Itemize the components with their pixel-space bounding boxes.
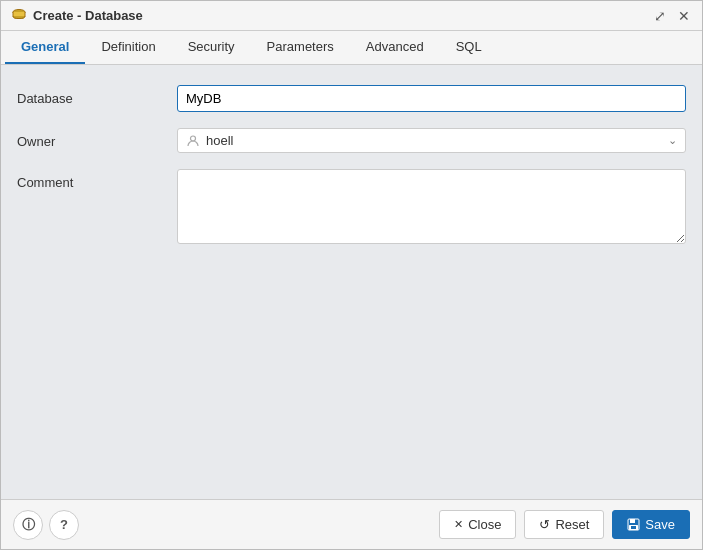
info-button[interactable]: ⓘ bbox=[13, 510, 43, 540]
tab-general[interactable]: General bbox=[5, 31, 85, 64]
database-input[interactable] bbox=[177, 85, 686, 112]
owner-select-left: hoell bbox=[186, 133, 233, 148]
tab-sql[interactable]: SQL bbox=[440, 31, 498, 64]
user-icon bbox=[186, 134, 200, 148]
title-bar: Create - Database ⤢ ✕ bbox=[1, 1, 702, 31]
comment-input[interactable] bbox=[177, 169, 686, 244]
comment-input-wrapper bbox=[177, 169, 686, 247]
owner-select[interactable]: hoell ⌄ bbox=[177, 128, 686, 153]
footer-left: ⓘ ? bbox=[13, 510, 79, 540]
svg-rect-5 bbox=[631, 526, 636, 529]
comment-row: Comment bbox=[17, 169, 686, 247]
reset-button[interactable]: ↺ Reset bbox=[524, 510, 604, 539]
tab-security[interactable]: Security bbox=[172, 31, 251, 64]
tab-definition[interactable]: Definition bbox=[85, 31, 171, 64]
close-icon: ✕ bbox=[454, 518, 463, 531]
save-button[interactable]: Save bbox=[612, 510, 690, 539]
owner-label: Owner bbox=[17, 128, 177, 149]
info-icon: ⓘ bbox=[22, 516, 35, 534]
help-button[interactable]: ? bbox=[49, 510, 79, 540]
comment-label: Comment bbox=[17, 169, 177, 190]
close-window-icon: ✕ bbox=[678, 8, 690, 24]
reset-icon: ↺ bbox=[539, 517, 550, 532]
close-button[interactable]: ✕ Close bbox=[439, 510, 516, 539]
owner-row: Owner hoell ⌄ bbox=[17, 128, 686, 153]
maximize-icon: ⤢ bbox=[654, 8, 666, 24]
svg-rect-3 bbox=[630, 519, 635, 523]
database-icon bbox=[11, 8, 27, 24]
chevron-down-icon: ⌄ bbox=[668, 134, 677, 147]
tab-bar: General Definition Security Parameters A… bbox=[1, 31, 702, 65]
title-left: Create - Database bbox=[11, 8, 143, 24]
tab-parameters[interactable]: Parameters bbox=[251, 31, 350, 64]
database-row: Database bbox=[17, 85, 686, 112]
owner-value: hoell bbox=[206, 133, 233, 148]
content-area: Database Owner hoell ⌄ bbox=[1, 65, 702, 499]
footer: ⓘ ? ✕ Close ↺ Reset Save bbox=[1, 499, 702, 549]
database-input-wrapper bbox=[177, 85, 686, 112]
owner-select-wrapper: hoell ⌄ bbox=[177, 128, 686, 153]
help-icon: ? bbox=[60, 517, 68, 532]
maximize-button[interactable]: ⤢ bbox=[652, 6, 668, 26]
database-label: Database bbox=[17, 85, 177, 106]
close-window-button[interactable]: ✕ bbox=[676, 6, 692, 26]
create-database-dialog: Create - Database ⤢ ✕ General Definition… bbox=[0, 0, 703, 550]
dialog-title: Create - Database bbox=[33, 8, 143, 23]
tab-advanced[interactable]: Advanced bbox=[350, 31, 440, 64]
footer-right: ✕ Close ↺ Reset Save bbox=[439, 510, 690, 539]
save-icon bbox=[627, 518, 640, 531]
svg-point-1 bbox=[191, 136, 196, 141]
title-icons: ⤢ ✕ bbox=[652, 6, 692, 26]
